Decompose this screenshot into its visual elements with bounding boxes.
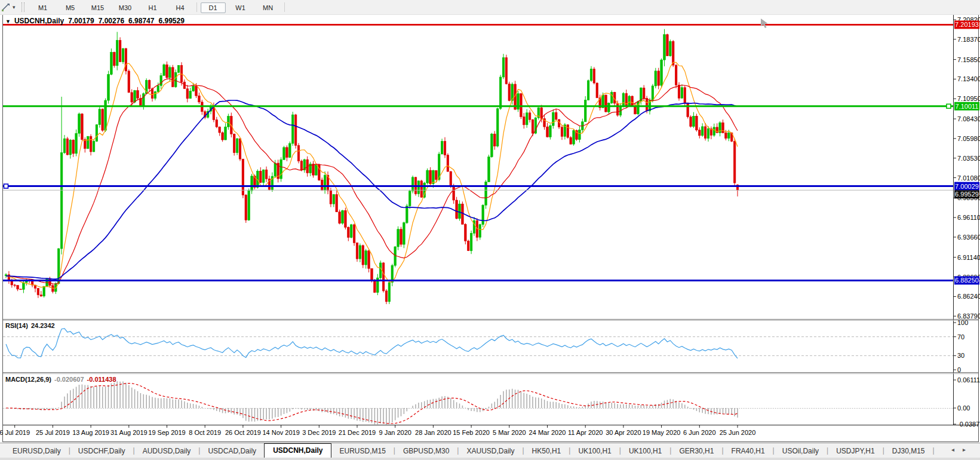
rsi-tick: 0 bbox=[957, 366, 961, 373]
timeframe-button-m5[interactable]: M5 bbox=[58, 2, 83, 13]
tab-ger30-h1[interactable]: GER30,H1 bbox=[671, 444, 721, 458]
tab-usdcad-daily[interactable]: USDCAD,Daily bbox=[200, 444, 264, 458]
tab-dj30-m15[interactable]: DJ30,M15 bbox=[884, 444, 933, 458]
tab-gbpusd-m30[interactable]: GBPUSD,M30 bbox=[395, 444, 457, 458]
timeframe-button-m1[interactable]: M1 bbox=[30, 2, 56, 13]
macd-histogram bbox=[6, 381, 738, 424]
toolbar-separator bbox=[196, 2, 197, 12]
date-label: 15 Feb 2020 bbox=[453, 429, 490, 436]
bull-candle-wicks bbox=[6, 29, 729, 304]
rsi-indicator-label: RSI(14)24.2342 bbox=[5, 322, 55, 329]
price-tick: 7.03530 bbox=[957, 155, 980, 162]
tab-usdchf-daily[interactable]: USDCHF,Daily bbox=[70, 444, 133, 458]
price-tick: 7.08430 bbox=[957, 115, 980, 122]
tab-eurusd-m15[interactable]: EURUSD,M15 bbox=[331, 444, 393, 458]
level-badge-text: 7.00029 bbox=[955, 183, 979, 190]
tab-scroll-arrows: ◂▸ bbox=[951, 446, 974, 453]
ohlc-high: 7.00276 bbox=[99, 17, 124, 25]
tab-scroll-right-icon[interactable]: ▸ bbox=[963, 446, 974, 453]
price-tick: 6.91140 bbox=[957, 254, 980, 261]
tool-dropdown-icon[interactable]: ▾ bbox=[13, 4, 16, 10]
date-label: 8 Oct 2019 bbox=[189, 429, 221, 436]
ohlc-low: 6.98747 bbox=[128, 17, 154, 25]
rsi-tick: 100 bbox=[957, 319, 968, 326]
level-badge-text: 7.20193 bbox=[955, 21, 979, 28]
tab-hk50-h1[interactable]: HK50,H1 bbox=[524, 444, 569, 458]
date-label: 25 Jul 2019 bbox=[36, 429, 70, 436]
line-anchor[interactable] bbox=[947, 104, 951, 108]
ma-fast-line bbox=[6, 62, 738, 288]
bull-candle-bodies bbox=[5, 35, 730, 302]
timeframe-button-h4[interactable]: H4 bbox=[168, 2, 193, 13]
tab-scroll-left-icon[interactable]: ◂ bbox=[951, 446, 963, 453]
bear-candle-wicks bbox=[9, 34, 738, 305]
chart-dropdown-icon[interactable]: ▼ bbox=[5, 19, 11, 24]
price-chart[interactable]: 7.208207.183707.158507.134007.109507.084… bbox=[0, 0, 980, 460]
line-tool-icon bbox=[1, 2, 11, 12]
tab-usoil-daily[interactable]: USOil,Daily bbox=[775, 444, 827, 458]
tab-separator: | bbox=[933, 446, 935, 455]
tab-fra40-h1[interactable]: FRA40,H1 bbox=[724, 444, 773, 458]
tab-usdjpy-h1[interactable]: USDJPY,H1 bbox=[828, 444, 882, 458]
bear-candle-bodies bbox=[8, 35, 739, 302]
line-anchor[interactable] bbox=[4, 184, 8, 188]
date-label: 26 Oct 2019 bbox=[225, 429, 261, 436]
chart-title[interactable]: ▼USDCNH,Daily7.001797.002766.987476.9952… bbox=[5, 17, 185, 25]
date-label: 25 Jun 2020 bbox=[720, 429, 756, 436]
draw-tool-icon[interactable]: ▾ bbox=[0, 1, 18, 13]
price-tick: 7.10950 bbox=[957, 95, 980, 102]
toolbar: ▾ M1M5M15M30H1H4D1W1MN bbox=[0, 0, 980, 15]
toolbar-grip[interactable] bbox=[21, 2, 24, 12]
macd-tick: 0.00 bbox=[957, 404, 970, 412]
timeframe-button-m15[interactable]: M15 bbox=[85, 2, 110, 13]
timeframe-button-mn[interactable]: MN bbox=[256, 2, 281, 13]
current-price-badge-text: 6.99529 bbox=[955, 191, 979, 198]
date-label: 5 Mar 2020 bbox=[493, 429, 526, 436]
tab-eurusd-daily[interactable]: EURUSD,Daily bbox=[5, 444, 69, 458]
ma-mid-line bbox=[6, 79, 738, 284]
timeframe-button-w1[interactable]: W1 bbox=[228, 2, 253, 13]
date-label: 6 Jun 2020 bbox=[683, 429, 715, 436]
tab-uk100-h1[interactable]: UK100,H1 bbox=[621, 444, 669, 458]
rsi-tick: 30 bbox=[957, 352, 964, 359]
symbol-label: USDCNH,Daily bbox=[14, 17, 64, 25]
macd-pane bbox=[3, 380, 956, 425]
rsi-pane bbox=[3, 323, 956, 370]
tab-uk100-h1[interactable]: UK100,H1 bbox=[570, 444, 619, 458]
date-label: 30 Apr 2020 bbox=[606, 429, 641, 436]
date-label: 11 Apr 2020 bbox=[568, 429, 603, 436]
timeframe-button-h1[interactable]: H1 bbox=[140, 2, 165, 13]
tab-xauusd-daily[interactable]: XAUUSD,Daily bbox=[459, 444, 522, 458]
timeframe-button-m30[interactable]: M30 bbox=[113, 2, 138, 13]
macd-indicator-label: MACD(12,26,9)-0.020607-0.011438 bbox=[5, 376, 116, 383]
window-bottom-edge bbox=[0, 458, 980, 460]
price-tick: 7.01080 bbox=[957, 174, 980, 182]
rsi-line bbox=[6, 329, 738, 358]
timeframe-button-d1[interactable]: D1 bbox=[201, 2, 226, 13]
date-label: 14 Nov 2019 bbox=[262, 429, 299, 436]
chart-tabs-bar: EURUSD,Daily|USDCHF,Daily|AUDUSD,Daily|U… bbox=[0, 443, 980, 458]
date-label: 28 Jan 2020 bbox=[415, 429, 451, 436]
moving-averages bbox=[6, 62, 738, 288]
date-label: 6 Jul 2019 bbox=[0, 429, 30, 436]
macd-tick: 0.061119 bbox=[957, 376, 980, 384]
ohlc-close: 6.99529 bbox=[158, 17, 184, 25]
mt4-workspace: 7.208207.183707.158507.134007.109507.084… bbox=[0, 0, 980, 460]
date-label: 13 Aug 2019 bbox=[72, 429, 109, 436]
date-label: 3 Dec 2019 bbox=[302, 429, 336, 436]
date-axis: 6 Jul 201925 Jul 201913 Aug 201931 Aug 2… bbox=[0, 425, 755, 436]
price-tick: 6.96110 bbox=[957, 214, 980, 221]
price-axis: 7.208207.183707.158507.134007.109507.084… bbox=[953, 16, 980, 428]
macd-signal-value: -0.011438 bbox=[87, 376, 116, 383]
tab-audusd-daily[interactable]: AUDUSD,Daily bbox=[135, 444, 199, 458]
tab-usdcnh-daily[interactable]: USDCNH,Daily bbox=[264, 443, 331, 458]
price-tick: 7.15850 bbox=[957, 56, 980, 63]
rsi-value: 24.2342 bbox=[31, 322, 55, 329]
price-tick: 7.18370 bbox=[957, 36, 980, 43]
macd-main-value: -0.020607 bbox=[54, 376, 84, 383]
price-tick: 6.93660 bbox=[957, 234, 980, 241]
price-tick: 6.86240 bbox=[957, 293, 980, 300]
date-label: 9 Jan 2020 bbox=[379, 429, 411, 436]
candles bbox=[5, 29, 739, 304]
ohlc-open: 7.00179 bbox=[68, 17, 94, 25]
